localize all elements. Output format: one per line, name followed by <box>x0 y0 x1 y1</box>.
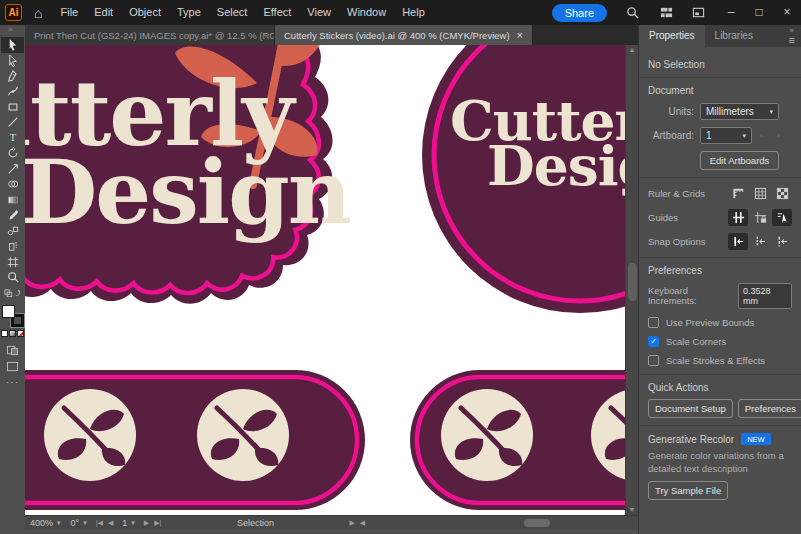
fill-stroke-swatches[interactable] <box>2 305 24 327</box>
curvature-tool[interactable] <box>1 84 24 100</box>
show-rulers-icon[interactable] <box>728 185 748 202</box>
scale-strokes-effects-checkbox[interactable] <box>648 355 659 366</box>
minimize-button[interactable]: – <box>717 0 745 25</box>
pill-sticker-right[interactable] <box>410 370 625 510</box>
checkbox-label: Scale Strokes & Effects <box>666 355 765 366</box>
toolbar-widget-icons[interactable] <box>1 285 24 301</box>
maximize-button[interactable]: □ <box>745 0 773 25</box>
document-section-heading: Document <box>648 85 792 96</box>
gradient-tool[interactable] <box>1 192 24 208</box>
menu-object[interactable]: Object <box>121 0 169 25</box>
workspace-switcher-icon[interactable] <box>653 6 679 20</box>
color-button[interactable] <box>1 330 8 337</box>
show-guides-icon[interactable] <box>728 209 748 226</box>
eyedropper-tool[interactable] <box>1 208 24 224</box>
edit-toolbar-icon[interactable]: ··· <box>6 377 19 388</box>
first-artboard-icon[interactable]: |◀ <box>96 519 103 527</box>
rotate-tool[interactable] <box>1 146 24 162</box>
selection-tool[interactable] <box>1 37 24 53</box>
horizontal-scrollbar[interactable] <box>373 518 634 528</box>
none-button[interactable] <box>17 330 24 337</box>
panel-menu-icon[interactable]: ≡ <box>789 35 795 46</box>
scroll-right-icon[interactable]: ◀ <box>360 519 365 527</box>
artboard-tool[interactable] <box>1 254 24 270</box>
scale-corners-checkbox[interactable]: ✓ <box>648 336 659 347</box>
illustrator-app-icon[interactable]: Ai <box>5 4 22 21</box>
rectangle-tool[interactable] <box>1 99 24 115</box>
rotation-dropdown[interactable]: 0° ▾ <box>66 517 92 529</box>
try-sample-file-button[interactable]: Try Sample File <box>648 481 728 500</box>
artboard-canvas[interactable]: Cutterly Design Cutterly Design <box>25 45 625 515</box>
scroll-down-icon[interactable]: ▼ <box>629 505 636 515</box>
previous-artboard-icon[interactable]: ◀ <box>108 519 113 527</box>
use-preview-bounds-row[interactable]: Use Preview Bounds <box>648 317 792 328</box>
artboard-dropdown[interactable]: 1 ▾ <box>700 127 752 144</box>
draw-mode-icon[interactable] <box>6 342 19 356</box>
snap-to-grid-icon[interactable] <box>750 233 770 250</box>
close-window-button[interactable]: × <box>773 0 801 25</box>
pen-tool[interactable] <box>1 68 24 84</box>
status-indicator: Selection <box>165 518 345 528</box>
screen-mode-icon[interactable] <box>6 358 19 372</box>
document-tab-inactive[interactable]: Print Then Cut (GS2-24) IMAGES copy.ai* … <box>25 25 275 45</box>
home-icon[interactable]: ⌂ <box>34 5 42 21</box>
menu-help[interactable]: Help <box>394 0 433 25</box>
blend-tool[interactable] <box>1 223 24 239</box>
symbol-sprayer-tool[interactable] <box>1 239 24 255</box>
search-icon[interactable] <box>619 6 645 20</box>
document-setup-button[interactable]: Document Setup <box>648 399 733 418</box>
next-artboard-icon[interactable]: ▶ <box>144 519 149 527</box>
artboard-navigation-dropdown[interactable]: 1 ▾ <box>117 517 140 529</box>
shape-builder-tool[interactable] <box>1 177 24 193</box>
fill-swatch[interactable] <box>2 305 15 318</box>
pill-sticker-left[interactable] <box>25 370 365 510</box>
direct-selection-tool[interactable] <box>1 53 24 69</box>
zoom-tool[interactable] <box>1 270 24 286</box>
scroll-left-icon[interactable]: ▶ <box>349 519 354 527</box>
menu-edit[interactable]: Edit <box>86 0 121 25</box>
new-badge: NEW <box>741 433 771 445</box>
horizontal-scroll-thumb[interactable] <box>524 519 550 527</box>
type-tool[interactable]: T <box>1 130 24 146</box>
snap-to-point-icon[interactable] <box>728 233 748 250</box>
menu-window[interactable]: Window <box>339 0 394 25</box>
artboard-prev-next-icons[interactable]: ‹ › <box>760 131 786 140</box>
edit-artboards-button[interactable]: Edit Artboards <box>700 151 779 170</box>
smart-guides-icon[interactable] <box>772 209 792 226</box>
gradient-button[interactable] <box>9 330 16 337</box>
arrange-documents-icon[interactable] <box>685 6 711 20</box>
scale-strokes-effects-row[interactable]: Scale Strokes & Effects <box>648 355 792 366</box>
menu-effect[interactable]: Effect <box>255 0 299 25</box>
collapse-panel-icon[interactable]: » <box>790 27 794 34</box>
vertical-scrollbar[interactable]: ▲ ▼ <box>625 45 638 515</box>
scale-corners-row[interactable]: ✓ Scale Corners <box>648 336 792 347</box>
share-button[interactable]: Share <box>552 4 607 22</box>
line-segment-tool[interactable] <box>1 115 24 131</box>
menu-select[interactable]: Select <box>209 0 256 25</box>
menu-view[interactable]: View <box>299 0 339 25</box>
units-dropdown[interactable]: Millimeters ▾ <box>700 103 779 120</box>
toolbar-grip-icon[interactable]: »⋯ <box>8 25 17 37</box>
scroll-up-icon[interactable]: ▲ <box>629 45 636 55</box>
zoom-level-dropdown[interactable]: 400% ▾ <box>25 517 66 529</box>
lock-guides-icon[interactable] <box>750 209 770 226</box>
tab-libraries[interactable]: Libraries <box>705 25 763 47</box>
transparency-grid-icon[interactable] <box>772 185 792 202</box>
tab-properties[interactable]: Properties <box>639 25 705 47</box>
close-tab-icon[interactable]: × <box>517 29 523 41</box>
scale-tool[interactable] <box>1 161 24 177</box>
menu-file[interactable]: File <box>52 0 86 25</box>
keyboard-increments-input[interactable]: 0.3528 mm <box>738 283 792 309</box>
vertical-scroll-thumb[interactable] <box>628 263 637 301</box>
chevron-down-icon: ▾ <box>769 108 773 116</box>
last-artboard-icon[interactable]: ▶| <box>154 519 161 527</box>
document-tab-active[interactable]: Cutterly Stickers (video).ai @ 400 % (CM… <box>275 25 533 45</box>
menu-type[interactable]: Type <box>169 0 209 25</box>
show-grid-icon[interactable] <box>750 185 770 202</box>
use-preview-bounds-checkbox[interactable] <box>648 317 659 328</box>
artboard-value: 1 <box>706 130 712 141</box>
circle-sticker[interactable]: Cutterly Design <box>422 45 625 313</box>
badge-sticker[interactable]: Cutterly Design <box>25 45 350 304</box>
snap-to-glyph-icon[interactable] <box>772 233 792 250</box>
preferences-button[interactable]: Preferences <box>738 399 801 418</box>
